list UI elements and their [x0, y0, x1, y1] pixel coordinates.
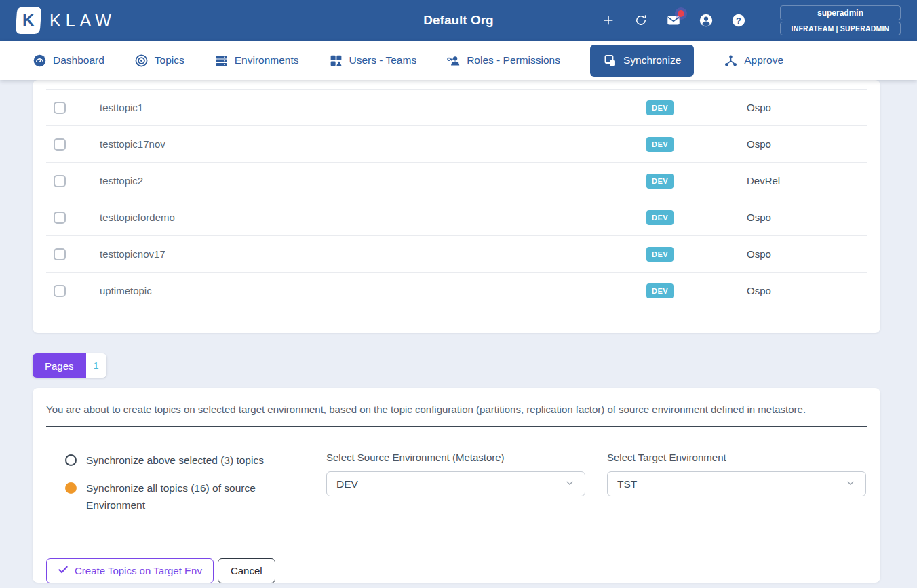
logo-letter: K [22, 11, 34, 30]
team-name: DevRel [718, 175, 867, 187]
row-checkbox[interactable] [54, 248, 66, 260]
nav-item-approve[interactable]: Approve [724, 54, 783, 68]
divider [46, 426, 867, 427]
row-checkbox[interactable] [54, 138, 66, 151]
env-badge: DEV [646, 210, 674, 225]
table-scroll-clip [46, 80, 867, 89]
radio-sync-selected[interactable]: Synchronize above selected (3) topics [65, 452, 326, 469]
username-chip[interactable]: superadmin [780, 5, 901, 20]
target-environment-label: Select Target Environment [607, 452, 866, 463]
row-checkbox[interactable] [54, 212, 66, 224]
brand[interactable]: K KLAW [16, 7, 116, 34]
table-row: uptimetopic DEV Ospo [46, 272, 867, 309]
org-title: Default Org [423, 13, 493, 28]
header-actions: ? superadmin INFRATEAM | SUPERADMIN [601, 0, 901, 41]
plus-icon[interactable] [601, 13, 616, 28]
team-name: Ospo [718, 285, 867, 296]
nav-item-topics[interactable]: Topics [134, 54, 184, 68]
topic-name: uptimetopic [73, 285, 602, 296]
sync-info-text: You are about to create topics on select… [46, 403, 867, 416]
user-icon[interactable] [699, 13, 714, 28]
sync-form: Synchronize above selected (3) topics Sy… [46, 452, 867, 524]
action-buttons: Create Topics on Target Env Cancel [46, 558, 867, 583]
table-row: testtopic17nov DEV Ospo [46, 125, 867, 162]
brand-name: KLAW [50, 11, 116, 31]
user-info: superadmin INFRATEAM | SUPERADMIN [780, 5, 901, 35]
klaw-logo-icon: K [16, 7, 42, 34]
table-row: testtopic2 DEV DevRel [46, 162, 867, 199]
team-name: Ospo [718, 248, 867, 260]
topics-icon [134, 54, 149, 68]
radio-group: Synchronize above selected (3) topics Sy… [46, 452, 326, 524]
topic-name: testtopicfordemo [73, 212, 602, 223]
env-badge: DEV [646, 283, 674, 298]
sync-panel: You are about to create topics on select… [33, 388, 880, 583]
radio-checked-icon[interactable] [65, 482, 77, 494]
team-role-chip[interactable]: INFRATEAM | SUPERADMIN [780, 22, 901, 35]
topics-table: testtopic1 DEV Ospo testtopic17nov DEV O… [33, 80, 880, 333]
mail-icon[interactable] [666, 13, 681, 28]
topic-name: testtopic17nov [73, 138, 602, 150]
check-icon [58, 564, 69, 577]
target-environment-field: Select Target Environment TST [607, 452, 866, 524]
team-name: Ospo [718, 138, 867, 150]
env-badge: DEV [646, 137, 674, 152]
nav-label: Dashboard [53, 54, 104, 66]
row-checkbox[interactable] [54, 285, 66, 297]
select-value: DEV [336, 478, 358, 490]
synchronize-icon [603, 54, 617, 68]
nav-item-synchronize[interactable]: Synchronize [590, 45, 694, 77]
source-environment-field: Select Source Environment (Metastore) DE… [326, 452, 585, 524]
radio-sync-all[interactable]: Synchronize all topics (16) of source En… [65, 479, 326, 513]
main-nav: Dashboard Topics Environments Users - Te… [0, 41, 917, 80]
dashboard-icon [33, 54, 47, 68]
pagination: Pages 1 [33, 353, 106, 378]
app-header: K KLAW Default Org ? superadmin INFRATEA… [0, 0, 917, 41]
row-checkbox[interactable] [54, 175, 66, 187]
team-name: Ospo [718, 102, 867, 113]
nav-label: Topics [155, 54, 184, 66]
nav-label: Roles - Permissions [467, 54, 560, 66]
environments-icon [214, 54, 229, 68]
help-icon[interactable]: ? [731, 13, 746, 28]
chevron-down-icon [845, 477, 856, 491]
table-row: testtopic1 DEV Ospo [46, 89, 867, 125]
nav-label: Synchronize [623, 54, 681, 66]
topic-name: testtopic2 [73, 175, 602, 187]
team-name: Ospo [718, 212, 867, 223]
svg-text:?: ? [736, 16, 741, 26]
select-value: TST [617, 478, 637, 490]
nav-label: Users - Teams [349, 54, 417, 66]
source-environment-select[interactable]: DEV [326, 471, 585, 496]
radio-label: Synchronize all topics (16) of source En… [86, 479, 293, 513]
roles-permissions-icon [446, 54, 461, 68]
source-environment-label: Select Source Environment (Metastore) [326, 452, 585, 463]
row-checkbox[interactable] [54, 102, 66, 114]
env-badge: DEV [646, 174, 674, 189]
users-teams-icon [329, 54, 343, 68]
table-row: testtopicfordemo DEV Ospo [46, 199, 867, 235]
notification-badge [678, 10, 684, 17]
nav-label: Environments [235, 54, 299, 66]
chevron-down-icon [564, 477, 575, 491]
nav-label: Approve [744, 54, 783, 66]
env-badge: DEV [646, 247, 674, 262]
topic-name: testtopic1 [73, 102, 602, 113]
cancel-button[interactable]: Cancel [218, 558, 275, 583]
pages-button[interactable]: Pages [33, 353, 86, 378]
refresh-icon[interactable] [633, 13, 648, 28]
env-badge: DEV [646, 100, 674, 115]
nav-item-roles-permissions[interactable]: Roles - Permissions [446, 54, 560, 68]
create-topics-button[interactable]: Create Topics on Target Env [46, 558, 214, 583]
create-topics-label: Create Topics on Target Env [75, 565, 202, 576]
radio-unchecked-icon[interactable] [65, 454, 77, 466]
nav-item-users-teams[interactable]: Users - Teams [329, 54, 417, 68]
target-environment-select[interactable]: TST [607, 471, 866, 496]
topic-name: testtopicnov17 [73, 248, 602, 260]
radio-label: Synchronize above selected (3) topics [86, 452, 264, 469]
nav-item-environments[interactable]: Environments [214, 54, 299, 68]
approve-icon [724, 54, 738, 68]
page-number[interactable]: 1 [86, 353, 106, 378]
nav-item-dashboard[interactable]: Dashboard [33, 54, 104, 68]
table-row: testtopicnov17 DEV Ospo [46, 235, 867, 272]
